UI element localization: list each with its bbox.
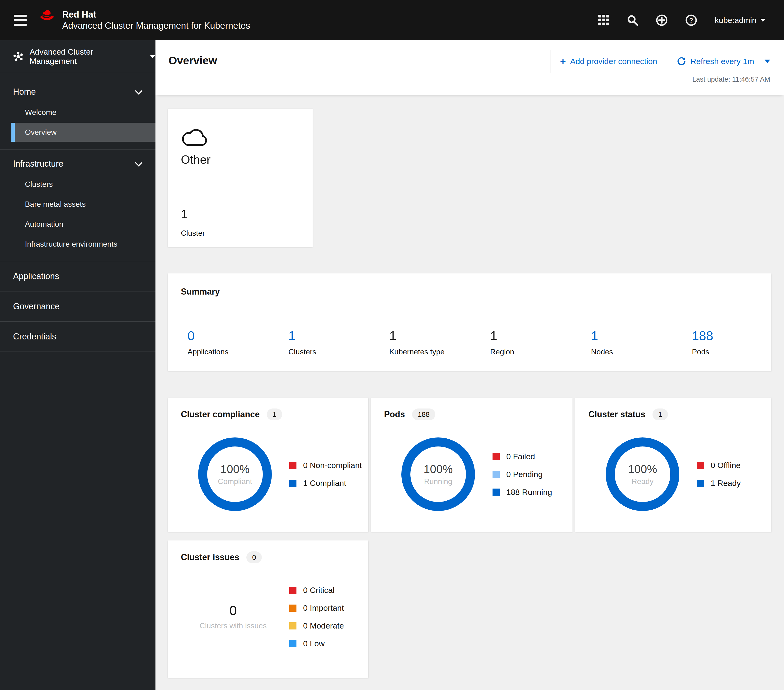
page-title: Overview <box>168 54 217 67</box>
nav-group-infrastructure[interactable]: Infrastructure <box>0 154 155 174</box>
count-badge: 188 <box>412 408 435 420</box>
card-title: Cluster status <box>588 410 646 420</box>
stat-region: 1 Region <box>490 328 591 356</box>
donut-sublabel: Running <box>424 477 452 486</box>
provider-card-other[interactable]: Other 1 Cluster <box>168 109 313 247</box>
brand-name: Red Hat <box>62 9 250 20</box>
search-icon <box>627 15 638 26</box>
sidebar-item-governance[interactable]: Governance <box>0 291 155 322</box>
legend-swatch-red <box>289 462 296 469</box>
count-badge: 1 <box>267 408 282 420</box>
card-title-row: Cluster issues 0 <box>181 552 262 563</box>
stat-value-link[interactable]: 1 <box>288 328 389 343</box>
stat-value-link[interactable]: 0 <box>188 328 288 343</box>
count-badge: 1 <box>652 408 668 420</box>
donut-percentage: 100% <box>424 463 453 476</box>
sidebar-item-overview[interactable]: Overview <box>12 123 155 142</box>
legend-swatch-red <box>697 462 704 469</box>
user-menu[interactable]: kube:admin <box>715 16 766 25</box>
legend-swatch-lightblue <box>289 640 296 647</box>
legend: 0 Critical 0 Important 0 Moderate 0 Low <box>289 586 344 648</box>
status-donut-chart: 100% Ready <box>606 438 679 511</box>
stat-applications: 0 Applications <box>188 328 288 356</box>
sidebar-item-clusters[interactable]: Clusters <box>12 175 155 194</box>
sidebar-item-automation[interactable]: Automation <box>12 214 155 234</box>
create-button[interactable] <box>656 14 668 26</box>
app-switcher-label: Advanced Cluster Management <box>30 47 137 66</box>
legend-item: 188 Running <box>492 487 552 497</box>
masthead: Red Hat Advanced Cluster Management for … <box>0 0 784 40</box>
redhat-logo-icon <box>38 10 56 25</box>
legend-swatch-red <box>492 453 500 460</box>
nav-section-home: Home Welcome Overview <box>0 73 155 150</box>
help-button[interactable]: ? <box>685 14 697 26</box>
divider <box>667 50 667 72</box>
donut-percentage: 100% <box>221 463 250 476</box>
pods-donut-chart: 100% Running <box>401 438 475 511</box>
provider-name: Other <box>181 153 211 166</box>
summary-stats: 0 Applications 1 Clusters 1 Kubernetes t… <box>188 314 771 371</box>
stat-value: 1 <box>389 328 490 343</box>
refresh-dropdown[interactable]: Refresh every 1m <box>677 56 770 66</box>
cloud-icon <box>180 127 211 150</box>
summary-title: Summary <box>181 287 220 297</box>
sidebar: Advanced Cluster Management Home Welcome… <box>0 40 155 690</box>
app-launcher-grid-icon <box>598 15 609 26</box>
legend-item: 1 Compliant <box>289 479 362 488</box>
sidebar-item-bare-metal-assets[interactable]: Bare metal assets <box>12 194 155 214</box>
redhat-brand-link[interactable]: Red Hat Advanced Cluster Management for … <box>38 9 250 31</box>
app-switcher[interactable]: Advanced Cluster Management <box>0 40 155 73</box>
legend-item: 0 Offline <box>697 461 741 470</box>
issues-center: 0 Clusters with issues <box>177 603 289 630</box>
plus-icon: + <box>560 57 566 65</box>
summary-card: Summary 0 Applications 1 Clusters 1 Kube… <box>168 273 771 371</box>
legend-swatch-orange <box>289 604 296 612</box>
nav-toggle-button[interactable] <box>14 15 27 26</box>
sidebar-item-credentials[interactable]: Credentials <box>0 322 155 352</box>
card-title-row: Cluster compliance 1 <box>181 408 282 420</box>
stat-kubernetes-type: 1 Kubernetes type <box>389 328 490 356</box>
legend-swatch-red <box>289 587 296 594</box>
stat-value-link[interactable]: 188 <box>692 328 784 343</box>
add-provider-connection-button[interactable]: + Add provider connection <box>560 57 657 66</box>
card-title-row: Pods 188 <box>384 408 435 420</box>
provider-cluster-label: Cluster <box>181 229 205 237</box>
card-title-row: Cluster status 1 <box>588 408 668 420</box>
stat-value-link[interactable]: 1 <box>591 328 692 343</box>
legend-item: 0 Pending <box>492 470 552 479</box>
legend-item: 1 Ready <box>697 479 741 488</box>
issues-count: 0 <box>177 603 289 618</box>
app-launcher-button[interactable] <box>598 15 609 26</box>
legend-swatch-gold <box>289 622 296 629</box>
issues-sublabel: Clusters with issues <box>177 621 289 630</box>
chevron-down-icon <box>760 19 766 22</box>
legend-swatch-blue <box>697 480 704 487</box>
legend: 0 Offline 1 Ready <box>697 461 741 488</box>
chevron-down-icon <box>150 55 155 58</box>
stat-value: 1 <box>490 328 591 343</box>
cluster-issues-card: Cluster issues 0 0 Clusters with issues … <box>168 540 368 678</box>
plus-circle-icon <box>656 14 668 26</box>
legend-item: 0 Non-compliant <box>289 461 362 470</box>
legend-item: 0 Low <box>289 639 344 648</box>
card-title: Pods <box>384 410 405 420</box>
nav-section-infrastructure: Infrastructure Clusters Bare metal asset… <box>0 150 155 261</box>
hamburger-icon <box>14 15 27 16</box>
sidebar-item-welcome[interactable]: Welcome <box>12 103 155 122</box>
nav-group-home[interactable]: Home <box>0 82 155 102</box>
last-update-text: Last update: 11:46:57 AM <box>692 76 770 83</box>
sidebar-item-applications[interactable]: Applications <box>0 261 155 291</box>
sidebar-item-infrastructure-environments[interactable]: Infrastructure environments <box>12 234 155 254</box>
chevron-down-icon <box>135 159 142 166</box>
legend: 0 Failed 0 Pending 188 Running <box>492 452 552 497</box>
stat-pods: 188 Pods <box>692 328 784 356</box>
cluster-status-card: Cluster status 1 100% Ready 0 Offline 1 … <box>575 398 771 532</box>
search-button[interactable] <box>627 15 638 26</box>
chevron-down-icon[interactable] <box>764 59 770 63</box>
cluster-compliance-card: Cluster compliance 1 100% Compliant 0 No… <box>168 398 368 532</box>
compliance-donut-chart: 100% Compliant <box>198 438 272 511</box>
refresh-label: Refresh every 1m <box>690 57 754 66</box>
stat-clusters: 1 Clusters <box>288 328 389 356</box>
card-title: Cluster compliance <box>181 410 260 420</box>
donut-sublabel: Ready <box>632 477 654 486</box>
